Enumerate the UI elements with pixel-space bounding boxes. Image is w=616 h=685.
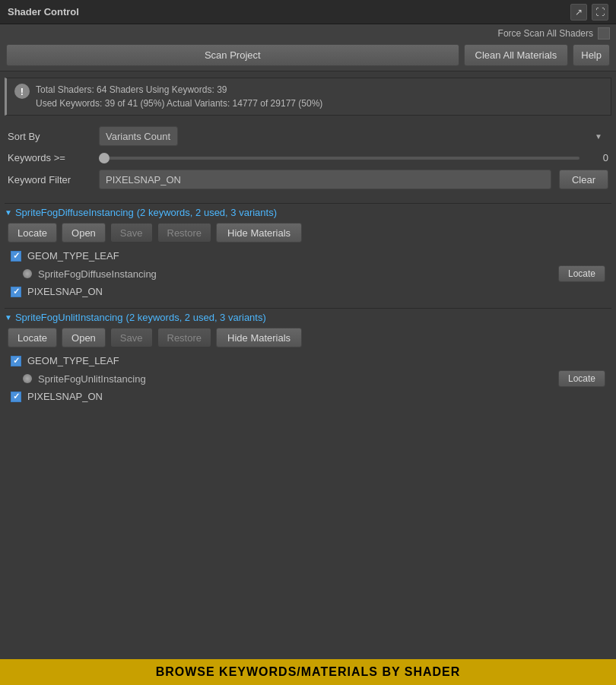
- keywords-slider[interactable]: [99, 157, 579, 160]
- shader-2-save-button: Save: [110, 328, 153, 347]
- shader-2-keyword-2-text: PIXELSNAP_ON: [27, 391, 103, 402]
- shader-1-keyword-1-checkbox[interactable]: ✓: [11, 251, 21, 262]
- shader-2-hide-materials-button[interactable]: Hide Materials: [216, 328, 302, 347]
- force-scan-checkbox[interactable]: [598, 27, 610, 40]
- sort-by-select[interactable]: Variants Count: [99, 126, 178, 146]
- keywords-gte-row: Keywords >= 0: [8, 152, 608, 163]
- shader-2-header[interactable]: ▼ SpriteFogUnlitInstancing (2 keywords, …: [5, 312, 611, 323]
- force-scan-row: Force Scan All Shaders: [0, 24, 616, 40]
- bottom-bar: BROWSE KEYWORDS/MATERIALS BY SHADER: [0, 659, 616, 685]
- shader-1-locate-button[interactable]: Locate: [8, 223, 57, 243]
- checkmark-icon: ✓: [13, 251, 20, 261]
- info-icon: !: [14, 84, 30, 99]
- material-dot-icon-2: [23, 374, 32, 383]
- sort-by-wrapper: Variants Count ▼: [99, 126, 608, 146]
- scan-project-button[interactable]: Scan Project: [6, 44, 459, 66]
- info-line1: Total Shaders: 64 Shaders Using Keywords…: [36, 83, 322, 97]
- window-title: Shader Control: [8, 6, 79, 17]
- sort-by-row: Sort By Variants Count ▼: [8, 126, 608, 146]
- shader-1-open-button[interactable]: Open: [62, 223, 106, 243]
- title-bar-left: Shader Control: [8, 6, 79, 17]
- keywords-slider-container: 0: [99, 152, 608, 163]
- keyword-filter-input[interactable]: [99, 170, 551, 189]
- bottom-bar-text: BROWSE KEYWORDS/MATERIALS BY SHADER: [156, 665, 461, 679]
- shader-1-keyword-2-row: ✓ PIXELSNAP_ON: [5, 284, 611, 299]
- divider-2: [5, 308, 611, 309]
- shader-2-keyword-1-row: ✓ GEOM_TYPE_LEAF: [5, 354, 611, 368]
- info-line2: Used Keywords: 39 of 41 (95%) Actual Var…: [36, 97, 322, 110]
- shader-1-material-1-row: SpriteFogDiffuseInstancing Locate: [5, 263, 611, 284]
- keywords-gte-label: Keywords >=: [8, 152, 91, 163]
- sort-by-label: Sort By: [8, 131, 91, 142]
- material-dot-icon-1: [23, 269, 32, 278]
- shader-2-material-1-left: SpriteFogUnlitInstancing: [23, 373, 146, 385]
- export-icon: ↗: [575, 7, 583, 17]
- shader-2-keyword-1-checkbox[interactable]: ✓: [11, 356, 21, 366]
- collapse-triangle-1: ▼: [5, 208, 12, 217]
- keyword-filter-label: Keyword Filter: [8, 174, 91, 186]
- checkmark-icon-3: ✓: [13, 356, 20, 366]
- shader-1-material-1-locate-button[interactable]: Locate: [558, 265, 605, 282]
- shader-1-name: SpriteFogDiffuseInstancing: [15, 207, 134, 218]
- keyword-filter-row: Keyword Filter Clear: [8, 170, 608, 189]
- info-panel: ! Total Shaders: 64 Shaders Using Keywor…: [5, 78, 611, 116]
- shader-1-meta: (2 keywords, 2 used, 3 variants): [137, 207, 277, 218]
- shader-group-1: ▼ SpriteFogDiffuseInstancing (2 keywords…: [5, 207, 611, 299]
- shader-group-2: ▼ SpriteFogUnlitInstancing (2 keywords, …: [5, 312, 611, 404]
- shader-2-meta: (2 keywords, 2 used, 3 variants): [126, 312, 266, 323]
- select-arrow-icon: ▼: [595, 132, 602, 141]
- help-button[interactable]: Help: [573, 44, 610, 66]
- shader-2-action-row: Locate Open Save Restore Hide Materials: [5, 328, 611, 347]
- checkmark-icon-2: ✓: [13, 287, 20, 297]
- clear-filter-button[interactable]: Clear: [559, 170, 608, 189]
- title-bar-right: ↗ ⛶: [570, 4, 608, 21]
- shader-2-keyword-2-row: ✓ PIXELSNAP_ON: [5, 389, 611, 404]
- force-scan-label: Force Scan All Shaders: [498, 28, 593, 39]
- shader-1-keyword-2-text: PIXELSNAP_ON: [27, 286, 103, 297]
- keywords-slider-value: 0: [586, 152, 608, 163]
- info-text: Total Shaders: 64 Shaders Using Keywords…: [36, 83, 322, 110]
- shader-1-hide-materials-button[interactable]: Hide Materials: [216, 223, 302, 243]
- shader-1-header[interactable]: ▼ SpriteFogDiffuseInstancing (2 keywords…: [5, 207, 611, 218]
- shader-1-keyword-2-checkbox[interactable]: ✓: [11, 287, 21, 297]
- shader-2-locate-button[interactable]: Locate: [8, 328, 57, 347]
- main-toolbar: Scan Project Clean All Materials Help: [0, 40, 616, 71]
- divider-1: [5, 203, 611, 204]
- expand-icon: ⛶: [595, 7, 605, 17]
- shader-2-name: SpriteFogUnlitInstancing: [15, 312, 123, 323]
- title-bar: Shader Control ↗ ⛶: [0, 0, 616, 24]
- shader-2-keyword-1-text: GEOM_TYPE_LEAF: [27, 355, 119, 366]
- shader-1-restore-button: Restore: [157, 223, 212, 243]
- export-icon-btn[interactable]: ↗: [570, 4, 587, 21]
- shader-2-restore-button: Restore: [157, 328, 212, 347]
- shader-2-material-1-locate-button[interactable]: Locate: [558, 370, 605, 387]
- shader-1-action-row: Locate Open Save Restore Hide Materials: [5, 223, 611, 243]
- controls-section: Sort By Variants Count ▼ Keywords >= 0 K…: [0, 122, 616, 200]
- shader-1-material-1-left: SpriteFogDiffuseInstancing: [23, 268, 157, 280]
- collapse-triangle-2: ▼: [5, 313, 12, 322]
- checkmark-icon-4: ✓: [13, 392, 20, 401]
- shader-2-keyword-2-checkbox[interactable]: ✓: [11, 392, 21, 402]
- shader-2-open-button[interactable]: Open: [62, 328, 106, 347]
- shader-1-material-1-name: SpriteFogDiffuseInstancing: [38, 268, 157, 280]
- shader-2-material-1-name: SpriteFogUnlitInstancing: [38, 373, 146, 385]
- clean-all-materials-button[interactable]: Clean All Materials: [464, 44, 569, 66]
- expand-icon-btn[interactable]: ⛶: [592, 4, 608, 21]
- shader-2-material-1-row: SpriteFogUnlitInstancing Locate: [5, 368, 611, 389]
- shader-1-save-button: Save: [110, 223, 153, 243]
- shader-1-keyword-1-text: GEOM_TYPE_LEAF: [27, 250, 119, 262]
- shader-1-keyword-1-row: ✓ GEOM_TYPE_LEAF: [5, 249, 611, 263]
